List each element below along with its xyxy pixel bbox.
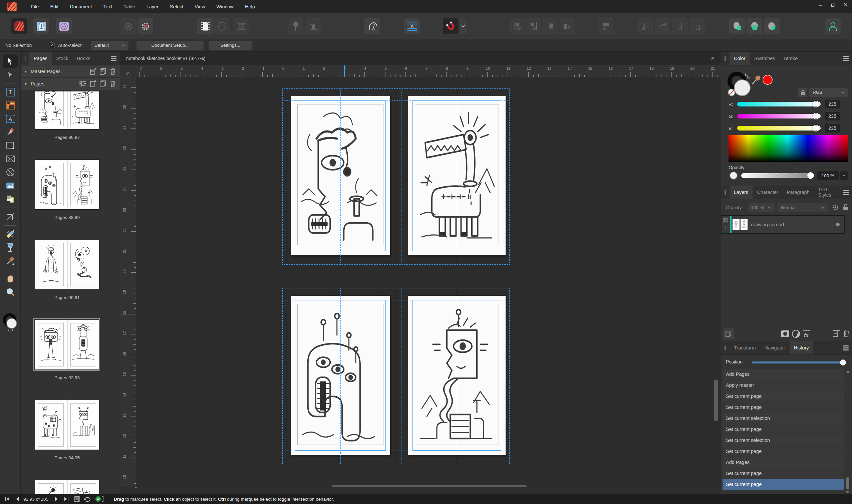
publisher-persona-icon[interactable] — [11, 18, 27, 34]
rotate-cw-icon[interactable] — [689, 18, 705, 34]
document-spread[interactable] — [282, 288, 510, 464]
preferences-gear-icon[interactable] — [121, 18, 136, 34]
history-scrollbar[interactable] — [846, 370, 850, 493]
spread-thumbnails[interactable] — [35, 400, 99, 450]
page-thumbnail[interactable] — [68, 320, 99, 370]
tab-pages[interactable]: Pages — [29, 52, 52, 65]
layers-panel-menu-icon[interactable] — [843, 190, 849, 195]
pages-section[interactable]: ▾ Pages — [21, 78, 120, 90]
tab-layers[interactable]: Layers — [729, 185, 753, 199]
close-button[interactable] — [839, 0, 852, 10]
color-lock-icon[interactable] — [798, 88, 807, 97]
tab-stock[interactable]: Stock — [52, 52, 72, 65]
layer-lock-icon[interactable] — [843, 203, 848, 210]
canvas-vscrollbar-thumb[interactable] — [714, 379, 718, 421]
channel-value[interactable]: 235 — [824, 100, 840, 108]
tab-navigator[interactable]: Navigator — [760, 341, 790, 355]
canvas[interactable] — [136, 77, 721, 487]
history-item[interactable]: Add Pages — [723, 369, 844, 380]
align-bottom-icon[interactable] — [559, 18, 575, 34]
history-panel-menu-icon[interactable] — [843, 345, 849, 350]
panel-grip[interactable]: || — [23, 55, 28, 62]
channel-slider[interactable] — [737, 102, 821, 107]
menu-help[interactable]: Help — [239, 0, 261, 13]
designer-persona-icon[interactable] — [33, 18, 49, 34]
history-item[interactable]: Set current page — [723, 391, 844, 402]
mask-layer-icon[interactable] — [781, 329, 790, 338]
next-page-icon[interactable] — [54, 497, 59, 501]
insert-top-icon[interactable] — [764, 18, 780, 34]
tab-character[interactable]: Character — [753, 185, 783, 199]
snapping-magnet-icon[interactable] — [443, 18, 458, 34]
page-thumbnail[interactable] — [68, 160, 99, 209]
vertical-ruler[interactable]: -29-28-27-26-25-24-23-22-21-20-19-18-17-… — [120, 77, 136, 487]
align-left-icon[interactable] — [509, 18, 525, 34]
color-picker-sample[interactable] — [751, 74, 774, 86]
page-thumbnail[interactable] — [68, 480, 99, 494]
spread-item[interactable] — [35, 480, 99, 494]
vector-crop-tool[interactable] — [3, 210, 18, 223]
opacity-chevron[interactable] — [840, 171, 848, 180]
opacity-value[interactable]: 100 % — [817, 171, 839, 180]
text-frame-options-icon[interactable]: A — [404, 18, 420, 34]
apply-master-icon[interactable] — [79, 80, 87, 87]
spread-item[interactable]: Pages 88,89 — [35, 160, 99, 209]
add-pages-icon[interactable] — [90, 80, 96, 87]
photo-persona-icon[interactable] — [56, 18, 72, 34]
color-mode-dropdown[interactable]: RGB — [809, 88, 848, 97]
text-flow-doc-icon[interactable] — [197, 18, 213, 34]
pin-paragraph-icon[interactable] — [306, 18, 321, 34]
align-center-icon[interactable] — [526, 18, 541, 34]
delete-layer-icon[interactable] — [843, 329, 850, 337]
collapse-arrow-icon[interactable]: ▸ — [21, 69, 31, 74]
artistic-text-tool[interactable]: A — [3, 112, 18, 126]
channel-value[interactable]: 235 — [824, 124, 840, 132]
layer-expand-arrow[interactable]: › — [725, 224, 726, 229]
history-scroll-down-arrow[interactable] — [846, 491, 850, 493]
spread-thumbnails[interactable] — [35, 240, 99, 289]
menu-table[interactable]: Table — [118, 0, 141, 13]
zoom-tool[interactable] — [3, 285, 18, 299]
page-thumbnail[interactable] — [68, 240, 99, 289]
view-hand-tool[interactable] — [3, 272, 18, 285]
minimize-button[interactable] — [814, 0, 827, 10]
frame-text-tool[interactable]: T — [3, 86, 18, 99]
color-spectrum[interactable] — [728, 135, 848, 162]
add-master-icon[interactable] — [90, 68, 96, 75]
spread-item[interactable]: Pages 86,87 — [35, 91, 99, 129]
insert-behind-icon[interactable] — [729, 18, 745, 34]
tab-swatches[interactable]: Swatches — [750, 52, 780, 65]
layer-name[interactable]: drawing spread — [751, 222, 784, 227]
blend-mode-dropdown[interactable]: Normal — [778, 203, 828, 212]
picture-frame-ellipse-tool[interactable] — [3, 165, 18, 179]
gradient-tool[interactable] — [3, 228, 18, 241]
insert-inside-icon[interactable] — [746, 18, 762, 34]
sync-rotate-icon[interactable] — [84, 496, 91, 502]
order-icon[interactable] — [598, 18, 613, 34]
tab-transform[interactable]: Transform — [729, 341, 760, 355]
opacity-slider[interactable] — [741, 173, 814, 178]
document-setup-button[interactable]: Document Setup... — [137, 41, 203, 50]
menu-layer[interactable]: Layer — [141, 0, 164, 13]
table-tool[interactable] — [3, 99, 18, 112]
flip-horizontal-icon[interactable] — [637, 18, 653, 34]
duplicate-layer-icon[interactable] — [724, 328, 734, 339]
delete-master-icon[interactable] — [110, 68, 116, 75]
place-image-tool[interactable] — [3, 179, 18, 192]
menu-select[interactable]: Select — [164, 0, 189, 13]
tab-paragraph[interactable]: Paragraph — [783, 185, 814, 199]
menu-window[interactable]: Window — [211, 0, 240, 13]
spread-thumbnails[interactable] — [35, 91, 99, 129]
master-pages-section[interactable]: ▸ Master Pages — [21, 66, 120, 78]
pin-icon[interactable] — [288, 18, 303, 34]
history-position-slider[interactable] — [752, 361, 845, 363]
tab-close-icon[interactable]: ✕ — [710, 55, 715, 61]
node-tool[interactable] — [3, 68, 18, 81]
add-layer-icon[interactable] — [833, 329, 840, 337]
preflight-check-icon[interactable] — [95, 496, 104, 502]
duplicate-pages-icon[interactable] — [99, 80, 107, 87]
document-tab[interactable]: notebook sketches booklet v1 (32.7%) — [126, 56, 205, 61]
duplicate-master-icon[interactable] — [99, 68, 107, 75]
page-thumbnail[interactable] — [68, 91, 99, 129]
transparency-tool[interactable] — [3, 241, 18, 254]
